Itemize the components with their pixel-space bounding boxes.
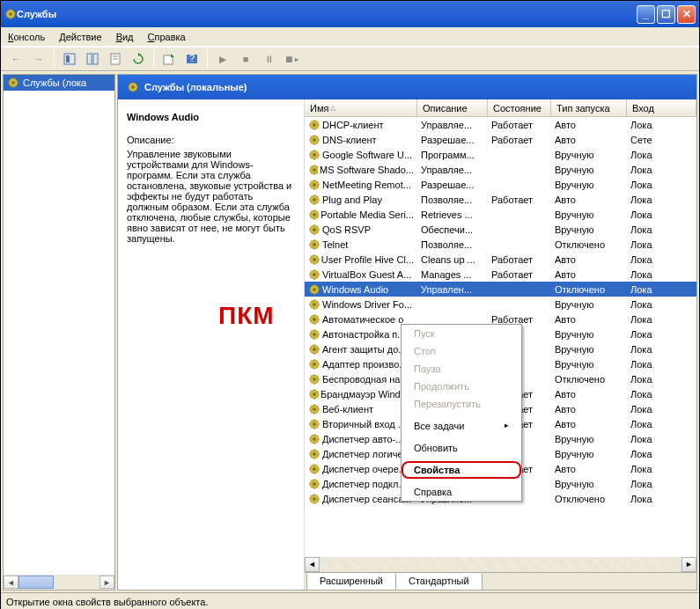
service-icon	[308, 134, 321, 146]
table-row[interactable]: NetMeeting Remot...Разрешае...ВручнуюЛок…	[305, 177, 696, 192]
service-icon	[308, 328, 321, 341]
list-hscroll[interactable]: ◄ ►	[305, 557, 696, 572]
service-icon	[308, 298, 321, 311]
detail-title: Windows Audio	[127, 112, 295, 122]
menu-view[interactable]: Вид	[116, 32, 134, 42]
ctx-alltasks[interactable]: Все задачи	[402, 417, 521, 435]
ctx-start: Пуск	[402, 325, 521, 342]
detail-desc: Управление звуковыми устройствами для Wi…	[127, 149, 295, 244]
minimize-button[interactable]: _	[637, 5, 655, 24]
services-icon	[4, 8, 17, 20]
ctx-resume: Продолжить	[402, 378, 521, 395]
toolbar-btn-1[interactable]	[60, 49, 79, 69]
service-icon	[308, 478, 321, 490]
service-icon	[308, 268, 321, 281]
export-button[interactable]	[159, 49, 179, 69]
annotation-label: ПКМ	[218, 302, 275, 330]
tab-standard[interactable]: Стандартный	[396, 573, 483, 590]
service-icon	[308, 313, 321, 326]
table-row[interactable]: DNS-клиентРазрешае...РаботаетАвтоСете	[305, 132, 696, 147]
service-icon	[308, 343, 321, 356]
table-row[interactable]: TelnetПозволяе...ОтключеноЛока	[305, 237, 696, 252]
col-desc[interactable]: Описание	[417, 99, 488, 116]
services-tree-icon	[7, 77, 19, 89]
menu-console[interactable]: Консоль	[8, 32, 45, 42]
service-icon	[308, 358, 321, 371]
service-icon	[308, 418, 321, 430]
col-name[interactable]: Имя △	[305, 99, 417, 116]
ctx-refresh[interactable]: Обновить	[402, 439, 521, 457]
menu-action[interactable]: Действие	[59, 32, 101, 42]
table-row[interactable]: Windows Driver Fo...ВручнуюЛока	[305, 297, 696, 312]
back-button: ←	[6, 49, 26, 69]
svg-rect-3	[66, 55, 70, 62]
table-row[interactable]: Windows AudioУправлен...ОтключеноЛока	[305, 282, 696, 297]
service-icon	[308, 388, 319, 400]
titlebar[interactable]: Службы _ ☐ ✕	[1, 1, 699, 27]
help-button[interactable]: ?	[182, 49, 202, 69]
menu-help[interactable]: Справка	[148, 32, 186, 42]
service-icon	[308, 179, 321, 191]
svg-rect-5	[93, 54, 98, 64]
service-icon	[308, 194, 321, 206]
pause-button: ⏸	[259, 49, 278, 69]
maximize-button[interactable]: ☐	[657, 5, 675, 24]
context-menu: Пуск Стоп Пауза Продолжить Перезапустить…	[401, 324, 522, 502]
tree-item-services[interactable]: Службы (лока	[4, 75, 114, 91]
service-icon	[308, 403, 321, 415]
toolbar: ← → ? ▶ ■ ⏸ ⏹▶	[1, 47, 699, 71]
table-row[interactable]: Plug and PlayПозволяе...РаботаетАвтоЛока	[305, 192, 696, 207]
tabs: Расширенный Стандартный	[305, 572, 696, 590]
svg-text:?: ?	[189, 53, 195, 63]
service-icon	[308, 224, 321, 236]
refresh-button[interactable]	[129, 49, 148, 69]
service-icon	[308, 119, 321, 131]
table-row[interactable]: VirtualBox Guest A...Manages ...Работает…	[305, 267, 696, 282]
stop-button: ■	[236, 49, 255, 69]
toolbar-btn-2[interactable]	[83, 49, 102, 69]
col-logon[interactable]: Вход	[627, 99, 696, 116]
table-row[interactable]: MS Software Shado...Управляе...ВручнуюЛо…	[305, 162, 696, 177]
table-row[interactable]: Google Software U...Программ...ВручнуюЛо…	[305, 147, 696, 162]
col-state[interactable]: Состояние	[488, 99, 551, 116]
table-row[interactable]: Portable Media Seri...Retrieves ...Вручн…	[305, 207, 696, 222]
service-icon	[308, 463, 321, 475]
ctx-help[interactable]: Справка	[402, 483, 521, 501]
menubar: Консоль Действие Вид Справка	[1, 27, 699, 47]
ctx-restart: Перезапустить	[402, 395, 521, 413]
ctx-pause: Пауза	[402, 360, 521, 378]
table-row[interactable]: QoS RSVPОбеспечи...ВручнуюЛока	[305, 222, 696, 237]
header-icon	[127, 81, 139, 93]
table-row[interactable]: DHCP-клиентУправляе...РаботаетАвтоЛока	[305, 117, 696, 132]
table-row[interactable]: User Profile Hive Cl...Cleans up ...Рабо…	[305, 252, 696, 267]
main-header: Службы (локальные)	[118, 75, 696, 99]
close-button[interactable]: ✕	[677, 5, 696, 24]
service-icon	[308, 433, 321, 445]
col-startup[interactable]: Тип запуска	[551, 99, 627, 116]
svg-rect-4	[87, 54, 92, 64]
window-title: Службы	[17, 9, 56, 19]
service-icon	[308, 164, 318, 176]
restart-button: ⏹▶	[282, 49, 301, 69]
tree-scrollbar[interactable]: ◄►	[4, 575, 114, 590]
service-icon	[308, 209, 319, 221]
service-icon	[308, 373, 321, 385]
ctx-stop: Стоп	[402, 342, 521, 360]
tab-extended[interactable]: Расширенный	[306, 573, 396, 590]
service-icon	[308, 149, 321, 161]
service-icon	[308, 238, 321, 251]
tree-pane: Службы (лока ◄►	[3, 74, 115, 591]
column-headers: Имя △ Описание Состояние Тип запуска Вхо…	[305, 99, 696, 117]
play-button: ▶	[213, 49, 232, 69]
service-icon	[308, 448, 321, 460]
forward-button: →	[29, 49, 48, 69]
detail-pane: Windows Audio Описание: Управление звуко…	[118, 99, 305, 590]
detail-desc-label: Описание:	[127, 135, 295, 145]
service-icon	[308, 283, 321, 296]
ctx-properties[interactable]: Свойства	[402, 461, 521, 479]
statusbar: Открытие окна свойств выбранного объекта…	[1, 592, 699, 609]
service-icon	[308, 253, 320, 266]
window: Службы _ ☐ ✕ Консоль Действие Вид Справк…	[0, 0, 700, 609]
status-text: Открытие окна свойств выбранного объекта…	[6, 597, 208, 607]
properties-button[interactable]	[106, 49, 125, 69]
